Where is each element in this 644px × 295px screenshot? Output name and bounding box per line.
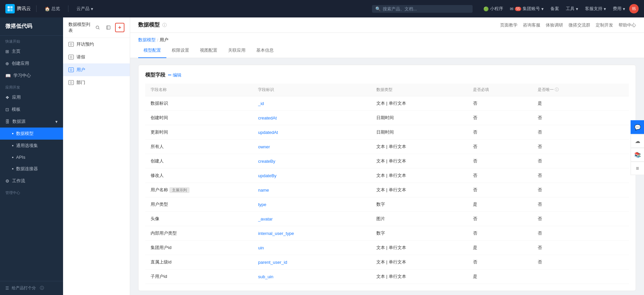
add-model-button[interactable]: +: [115, 23, 124, 32]
field-required: 是: [468, 197, 532, 212]
nav-backup[interactable]: 备案: [548, 4, 562, 13]
field-type: 文本 | 单行文本: [371, 96, 468, 111]
field-name: 内部用户类型: [145, 226, 253, 241]
badge: 主展示列: [169, 187, 190, 193]
header-action[interactable]: 页面教学: [500, 22, 518, 28]
field-key: createdAt: [253, 111, 371, 125]
chevron-up-icon: ▾: [55, 119, 58, 124]
float-book-button[interactable]: 📚: [631, 148, 644, 161]
logo[interactable]: 腾讯云: [5, 4, 31, 13]
tab-模型配置[interactable]: 模型配置: [138, 43, 166, 58]
float-right-buttons: 💬 ☁ 📚 ≡: [631, 120, 644, 175]
field-key: type: [253, 197, 371, 212]
field-key: uin: [253, 241, 371, 255]
model-list-item[interactable]: ⊡ 部门: [63, 76, 130, 89]
app-dev-label: 应用开发: [0, 82, 63, 91]
chevron-down-icon: ▾: [91, 6, 93, 11]
sidebar-item-home[interactable]: ⊞ 主页: [0, 45, 63, 57]
table-header-row: 字段名称字段标识数据类型是否必填是否唯一 ⓘ: [145, 84, 629, 96]
model-list-item[interactable]: ⊡ 用户: [63, 63, 130, 76]
breadcrumb: 数据模型 / 用户: [138, 37, 636, 43]
nav-cost[interactable]: 费用 ▾: [610, 4, 628, 13]
table-column-header: 数据类型: [371, 84, 468, 96]
field-required: 否: [468, 125, 532, 140]
tab-视图配置[interactable]: 视图配置: [195, 43, 223, 58]
svg-rect-1: [10, 6, 13, 9]
fields-table: 字段名称字段标识数据类型是否必填是否唯一 ⓘ 数据标识_id文本 | 单行文本否…: [145, 84, 629, 284]
header-action[interactable]: 定制开发: [596, 22, 613, 28]
dot-icon4: [12, 168, 13, 169]
field-unique: 是: [532, 96, 629, 111]
field-required: 否: [468, 168, 532, 183]
field-required: 否: [468, 140, 532, 154]
apps-icon: ❖: [5, 95, 9, 100]
header-action[interactable]: 体验调研: [546, 22, 563, 28]
nav-home[interactable]: 🏠 总览: [42, 4, 63, 13]
field-key: sub_uin: [253, 269, 371, 284]
tab-权限设置[interactable]: 权限设置: [166, 43, 195, 58]
header-action[interactable]: 微搭交流群: [569, 22, 590, 28]
sidebar-item-connector[interactable]: 数据连接器: [0, 163, 63, 175]
sidebar-item-template[interactable]: ⊡ 模板: [0, 103, 63, 115]
breadcrumb-parent[interactable]: 数据模型: [138, 37, 156, 43]
model-list-item[interactable]: ⊡ 请假: [63, 51, 130, 63]
sidebar-item-apis[interactable]: APIs: [0, 152, 63, 163]
sidebar-footer-rating[interactable]: ☰ 给产品打个分 ⓘ: [0, 281, 63, 295]
nav-tools[interactable]: 工具 ▾: [563, 4, 581, 13]
search-models-button[interactable]: [94, 23, 102, 32]
field-type: 文本 | 单行文本: [371, 154, 468, 168]
nav-messages[interactable]: ✉ 55 集团账号 ▾: [507, 4, 546, 13]
chevron-down-icon3: ▾: [576, 6, 578, 11]
model-list-item[interactable]: ⊡ 拜访预约: [63, 38, 130, 51]
float-support-button[interactable]: 💬: [631, 120, 644, 134]
tabs-bar: 模型配置权限设置视图配置关联应用基本信息: [130, 43, 644, 58]
tab-基本信息[interactable]: 基本信息: [251, 43, 279, 58]
dot-icon3: [12, 157, 13, 158]
sidebar-item-options[interactable]: 通用选项集: [0, 140, 63, 152]
table-row: 创建时间createdAt日期时间否否: [145, 111, 629, 125]
svg-rect-3: [10, 9, 13, 11]
nav-customer-service[interactable]: 客服支持 ▾: [582, 4, 609, 13]
header-action[interactable]: 咨询客服: [523, 22, 540, 28]
nav-mini-program[interactable]: 🟢 小程序: [481, 4, 506, 13]
sidebar-brand: 微搭低代码: [0, 17, 63, 36]
float-menu-button[interactable]: ≡: [631, 161, 644, 175]
field-name: 修改人: [145, 168, 253, 183]
field-required: 否: [468, 183, 532, 197]
field-name: 直属上级id: [145, 255, 253, 269]
nav-cloud-products[interactable]: 云产品 ▾: [74, 4, 96, 13]
tab-关联应用[interactable]: 关联应用: [223, 43, 251, 58]
field-required: 否: [468, 255, 532, 269]
field-required: 否: [468, 212, 532, 226]
float-cloud-button[interactable]: ☁: [631, 134, 644, 148]
dot-icon: [12, 133, 13, 134]
field-key: updatedAt: [253, 125, 371, 140]
field-type: 文本 | 单行文本: [371, 140, 468, 154]
field-name: 头像: [145, 212, 253, 226]
main-layout: 微搭低代码 快速开始 ⊞ 主页 ⊕ 创建应用 📖 学习中心 应用开发 ❖ 应用 …: [0, 17, 644, 295]
field-required: 否: [468, 154, 532, 168]
field-type: 数字: [371, 226, 468, 241]
search-input[interactable]: [383, 6, 450, 11]
sidebar-item-datasource[interactable]: 🗄 数据源 ▾: [0, 115, 63, 128]
model-icon: ⊡: [68, 67, 74, 72]
field-unique: 否: [532, 226, 629, 241]
sidebar-item-create-app[interactable]: ⊕ 创建应用: [0, 57, 63, 69]
sidebar-item-data-model[interactable]: 数据模型: [0, 128, 63, 140]
sidebar-item-learning[interactable]: 📖 学习中心: [0, 69, 63, 82]
user-avatar[interactable]: 韩: [629, 4, 639, 13]
header-action[interactable]: 帮助中心: [619, 22, 636, 28]
main-header-left: 数据模型 ⓘ: [138, 21, 167, 29]
svg-rect-6: [107, 26, 110, 30]
sidebar-item-apps[interactable]: ❖ 应用: [0, 91, 63, 103]
breadcrumb-separator: /: [157, 38, 158, 43]
main-content: 数据模型 ⓘ 页面教学咨询客服体验调研微搭交流群定制开发帮助中心 数据模型 / …: [130, 17, 644, 295]
collapse-button[interactable]: [104, 23, 112, 32]
field-key: parent_user_id: [253, 255, 371, 269]
edit-link[interactable]: ✏ 编辑: [168, 72, 181, 78]
sidebar-item-workflow[interactable]: ⚙ 工作流: [0, 175, 63, 187]
logo-icon: [5, 4, 15, 13]
table-column-header: 字段标识: [253, 84, 371, 96]
field-name: 更新时间: [145, 125, 253, 140]
edit-icon: ✏: [168, 72, 172, 78]
